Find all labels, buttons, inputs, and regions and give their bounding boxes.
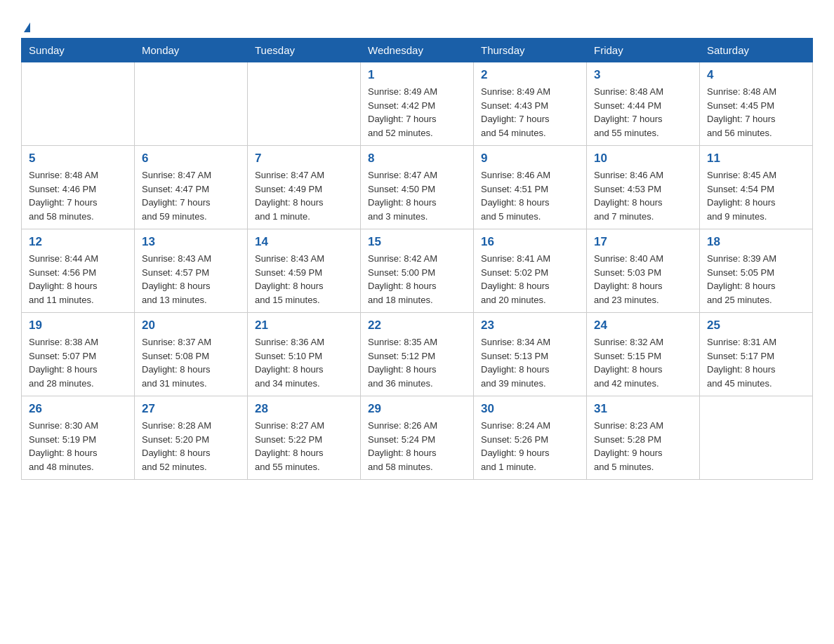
calendar-cell: 28Sunrise: 8:27 AM Sunset: 5:22 PM Dayli… [248,396,361,480]
day-number: 16 [481,235,579,249]
day-info: Sunrise: 8:35 AM Sunset: 5:12 PM Dayligh… [368,335,466,390]
day-info: Sunrise: 8:48 AM Sunset: 4:45 PM Dayligh… [707,85,805,140]
weekday-header-saturday: Saturday [700,39,813,62]
day-info: Sunrise: 8:49 AM Sunset: 4:43 PM Dayligh… [481,85,579,140]
week-row-1: 1Sunrise: 8:49 AM Sunset: 4:42 PM Daylig… [22,62,813,146]
day-info: Sunrise: 8:32 AM Sunset: 5:15 PM Dayligh… [594,335,692,390]
day-number: 8 [368,152,466,166]
calendar-cell: 3Sunrise: 8:48 AM Sunset: 4:44 PM Daylig… [587,62,700,146]
calendar-cell: 10Sunrise: 8:46 AM Sunset: 4:53 PM Dayli… [587,146,700,229]
day-info: Sunrise: 8:42 AM Sunset: 5:00 PM Dayligh… [368,252,466,307]
calendar-cell: 25Sunrise: 8:31 AM Sunset: 5:17 PM Dayli… [700,313,813,396]
day-info: Sunrise: 8:47 AM Sunset: 4:47 PM Dayligh… [142,168,240,223]
day-number: 14 [255,235,353,249]
calendar-cell: 29Sunrise: 8:26 AM Sunset: 5:24 PM Dayli… [361,396,474,480]
calendar-cell [135,62,248,146]
calendar-cell: 26Sunrise: 8:30 AM Sunset: 5:19 PM Dayli… [22,396,135,480]
week-row-5: 26Sunrise: 8:30 AM Sunset: 5:19 PM Dayli… [22,396,813,480]
day-number: 25 [707,318,805,333]
calendar-cell: 21Sunrise: 8:36 AM Sunset: 5:10 PM Dayli… [248,313,361,396]
page-header [21,14,813,31]
day-info: Sunrise: 8:43 AM Sunset: 4:59 PM Dayligh… [255,252,353,307]
day-info: Sunrise: 8:49 AM Sunset: 4:42 PM Dayligh… [368,85,466,140]
day-info: Sunrise: 8:44 AM Sunset: 4:56 PM Dayligh… [29,252,127,307]
day-info: Sunrise: 8:48 AM Sunset: 4:44 PM Dayligh… [594,85,692,140]
calendar-cell: 6Sunrise: 8:47 AM Sunset: 4:47 PM Daylig… [135,146,248,229]
day-number: 3 [594,68,692,82]
day-info: Sunrise: 8:48 AM Sunset: 4:46 PM Dayligh… [29,168,127,223]
calendar-cell [248,62,361,146]
day-number: 27 [142,402,240,416]
calendar-cell [22,62,135,146]
day-number: 9 [481,152,579,166]
calendar-cell: 24Sunrise: 8:32 AM Sunset: 5:15 PM Dayli… [587,313,700,396]
day-number: 18 [707,235,805,249]
day-number: 19 [29,318,127,333]
day-info: Sunrise: 8:31 AM Sunset: 5:17 PM Dayligh… [707,335,805,390]
day-number: 23 [481,318,579,333]
day-number: 21 [255,318,353,333]
calendar-cell: 19Sunrise: 8:38 AM Sunset: 5:07 PM Dayli… [22,313,135,396]
weekday-header-row: SundayMondayTuesdayWednesdayThursdayFrid… [22,39,813,62]
calendar-cell: 2Sunrise: 8:49 AM Sunset: 4:43 PM Daylig… [474,62,587,146]
day-number: 6 [142,152,240,166]
day-number: 1 [368,68,466,82]
weekday-header-thursday: Thursday [474,39,587,62]
day-number: 20 [142,318,240,333]
calendar-cell: 30Sunrise: 8:24 AM Sunset: 5:26 PM Dayli… [474,396,587,480]
day-info: Sunrise: 8:38 AM Sunset: 5:07 PM Dayligh… [29,335,127,390]
calendar-cell: 23Sunrise: 8:34 AM Sunset: 5:13 PM Dayli… [474,313,587,396]
day-number: 10 [594,152,692,166]
day-number: 22 [368,318,466,333]
weekday-header-friday: Friday [587,39,700,62]
calendar-cell: 7Sunrise: 8:47 AM Sunset: 4:49 PM Daylig… [248,146,361,229]
calendar-cell: 4Sunrise: 8:48 AM Sunset: 4:45 PM Daylig… [700,62,813,146]
day-info: Sunrise: 8:23 AM Sunset: 5:28 PM Dayligh… [594,419,692,474]
calendar-cell: 1Sunrise: 8:49 AM Sunset: 4:42 PM Daylig… [361,62,474,146]
day-info: Sunrise: 8:34 AM Sunset: 5:13 PM Dayligh… [481,335,579,390]
day-number: 30 [481,402,579,416]
day-info: Sunrise: 8:26 AM Sunset: 5:24 PM Dayligh… [368,419,466,474]
calendar-cell: 15Sunrise: 8:42 AM Sunset: 5:00 PM Dayli… [361,229,474,313]
day-info: Sunrise: 8:47 AM Sunset: 4:49 PM Dayligh… [255,168,353,223]
day-info: Sunrise: 8:45 AM Sunset: 4:54 PM Dayligh… [707,168,805,223]
day-info: Sunrise: 8:28 AM Sunset: 5:20 PM Dayligh… [142,419,240,474]
weekday-header-tuesday: Tuesday [248,39,361,62]
day-number: 29 [368,402,466,416]
weekday-header-sunday: Sunday [22,39,135,62]
calendar-cell: 31Sunrise: 8:23 AM Sunset: 5:28 PM Dayli… [587,396,700,480]
day-info: Sunrise: 8:43 AM Sunset: 4:57 PM Dayligh… [142,252,240,307]
day-number: 24 [594,318,692,333]
day-number: 4 [707,68,805,82]
calendar-cell: 17Sunrise: 8:40 AM Sunset: 5:03 PM Dayli… [587,229,700,313]
day-number: 13 [142,235,240,249]
calendar-cell: 12Sunrise: 8:44 AM Sunset: 4:56 PM Dayli… [22,229,135,313]
week-row-2: 5Sunrise: 8:48 AM Sunset: 4:46 PM Daylig… [22,146,813,229]
day-info: Sunrise: 8:36 AM Sunset: 5:10 PM Dayligh… [255,335,353,390]
calendar-cell: 22Sunrise: 8:35 AM Sunset: 5:12 PM Dayli… [361,313,474,396]
calendar-cell: 20Sunrise: 8:37 AM Sunset: 5:08 PM Dayli… [135,313,248,396]
day-info: Sunrise: 8:47 AM Sunset: 4:50 PM Dayligh… [368,168,466,223]
logo [21,14,30,31]
day-info: Sunrise: 8:46 AM Sunset: 4:53 PM Dayligh… [594,168,692,223]
day-info: Sunrise: 8:40 AM Sunset: 5:03 PM Dayligh… [594,252,692,307]
day-number: 5 [29,152,127,166]
day-number: 17 [594,235,692,249]
calendar-table: SundayMondayTuesdayWednesdayThursdayFrid… [21,38,813,480]
calendar-cell: 11Sunrise: 8:45 AM Sunset: 4:54 PM Dayli… [700,146,813,229]
weekday-header-wednesday: Wednesday [361,39,474,62]
calendar-cell: 13Sunrise: 8:43 AM Sunset: 4:57 PM Dayli… [135,229,248,313]
calendar-cell: 8Sunrise: 8:47 AM Sunset: 4:50 PM Daylig… [361,146,474,229]
calendar-cell: 18Sunrise: 8:39 AM Sunset: 5:05 PM Dayli… [700,229,813,313]
day-number: 7 [255,152,353,166]
day-info: Sunrise: 8:46 AM Sunset: 4:51 PM Dayligh… [481,168,579,223]
calendar-cell: 27Sunrise: 8:28 AM Sunset: 5:20 PM Dayli… [135,396,248,480]
day-number: 28 [255,402,353,416]
day-info: Sunrise: 8:27 AM Sunset: 5:22 PM Dayligh… [255,419,353,474]
calendar-cell: 5Sunrise: 8:48 AM Sunset: 4:46 PM Daylig… [22,146,135,229]
day-info: Sunrise: 8:37 AM Sunset: 5:08 PM Dayligh… [142,335,240,390]
week-row-3: 12Sunrise: 8:44 AM Sunset: 4:56 PM Dayli… [22,229,813,313]
calendar-cell: 16Sunrise: 8:41 AM Sunset: 5:02 PM Dayli… [474,229,587,313]
day-number: 26 [29,402,127,416]
weekday-header-monday: Monday [135,39,248,62]
